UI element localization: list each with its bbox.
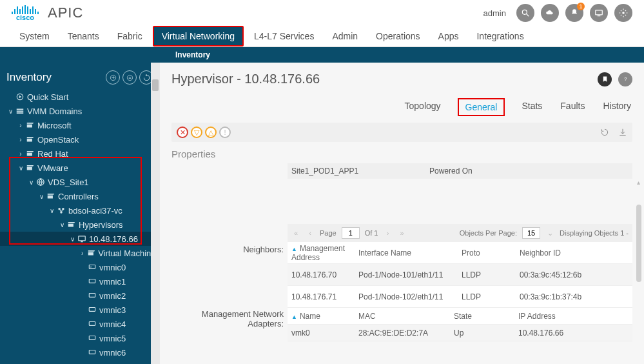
tab-system[interactable]: System (12, 27, 57, 45)
tab-topology[interactable]: Topology (404, 98, 442, 116)
refresh-icon[interactable] (600, 128, 609, 137)
tree-redhat[interactable]: ›Red Hat (0, 147, 160, 161)
feedback-icon[interactable] (590, 4, 608, 22)
tab-general[interactable]: General (458, 98, 505, 116)
col-mna-mac[interactable]: MAC (358, 312, 454, 321)
help-icon[interactable]: ? (618, 72, 632, 86)
tree-hypervisors[interactable]: ∨Hypervisors (0, 217, 160, 232)
mna-header-row: ▲Name MAC State IP Address (288, 308, 632, 325)
sub-nav: Inventory (0, 47, 644, 63)
main-nav: System Tenants Fabric Virtual Networking… (0, 26, 644, 47)
tree-host-selected[interactable]: ∨10.48.176.66 (0, 232, 160, 246)
tree-vmware[interactable]: ∨VMware (0, 161, 160, 175)
severity-critical-icon[interactable]: ✕ (177, 126, 188, 138)
col-neighbor-id[interactable]: Neighbor ID (520, 248, 632, 258)
user-label[interactable]: admin (483, 8, 506, 18)
sort-asc-icon[interactable]: ▲ (291, 314, 297, 320)
tab-faults[interactable]: Faults (559, 98, 586, 116)
tree-vmnic6[interactable]: vmnic6 (0, 345, 160, 359)
pager-next-icon[interactable]: › (384, 228, 393, 238)
svg-marker-7 (19, 96, 21, 99)
tree-vmnic5[interactable]: vmnic5 (0, 331, 160, 345)
tab-virtual-networking[interactable]: Virtual Networking (153, 26, 244, 46)
gear-icon[interactable] (614, 4, 632, 22)
tab-admin[interactable]: Admin (324, 27, 366, 45)
subnav-inventory[interactable]: Inventory (175, 50, 210, 59)
pager-last-icon[interactable]: » (398, 228, 407, 238)
tree-controllers[interactable]: ∨Controllers (0, 189, 160, 203)
pager-prev-icon[interactable]: ‹ (306, 228, 315, 238)
svg-rect-17 (89, 308, 95, 312)
svg-point-5 (127, 75, 132, 80)
sidebar-tool-2[interactable] (122, 70, 137, 85)
sidebar-tool-1[interactable] (106, 70, 120, 85)
bookmark-icon[interactable] (598, 72, 612, 86)
tree-vmnic3[interactable]: vmnic3 (0, 303, 160, 317)
tree-vmm-domains[interactable]: ∨VMM Domains (0, 104, 160, 118)
col-proto[interactable]: Proto (462, 248, 520, 258)
table-row[interactable]: 10.48.176.70 Pod-1/Node-101/eth1/11 LLDP… (288, 264, 632, 286)
col-mna-ip[interactable]: IP Address (518, 312, 632, 321)
opp-dropdown-icon[interactable]: ⌄ (545, 228, 554, 238)
svg-rect-18 (89, 322, 95, 326)
tree-vmnic0[interactable]: ⎍vmnic0 (0, 260, 160, 274)
opp-input[interactable] (522, 227, 540, 239)
tree-vmnic2[interactable]: vmnic2 (0, 288, 160, 303)
sort-asc-icon[interactable]: ▲ (291, 246, 297, 252)
tab-integrations[interactable]: Integrations (469, 27, 531, 45)
svg-text:⎍: ⎍ (90, 265, 92, 268)
col-mna-name[interactable]: Name (300, 312, 320, 321)
table-row[interactable]: vmk0 28:AC:9E:DE:D2:7A Up 10.48.176.66 (288, 325, 632, 341)
svg-point-3 (622, 12, 625, 14)
neighbors-header-row: ▲Management Address Interface Name Proto… (288, 242, 632, 264)
svg-rect-2 (596, 10, 603, 15)
tree-vc-node[interactable]: ∨bdsol-aci37-vc (0, 203, 160, 217)
bell-icon[interactable]: 1 (565, 4, 583, 22)
svg-text:?: ? (624, 76, 627, 82)
tree-microsoft[interactable]: ›Microsoft (0, 118, 160, 132)
tree-openstack[interactable]: ›OpenStack (0, 132, 160, 147)
pager-first-icon[interactable]: « (291, 228, 300, 238)
col-mna-state[interactable]: State (454, 312, 518, 321)
severity-major-icon[interactable]: ▽ (191, 126, 202, 138)
tab-apps[interactable]: Apps (431, 27, 467, 45)
tab-tenants[interactable]: Tenants (60, 27, 107, 45)
tree-vmnic4[interactable]: vmnic4 (0, 317, 160, 331)
neighbors-label: Neighbors: (170, 245, 284, 254)
svg-line-1 (527, 14, 529, 17)
tab-history[interactable]: History (601, 98, 632, 116)
neighbors-grid: Neighbors: ▲Management Address Interface… (288, 242, 632, 308)
pager-bar: « ‹ Page Of 1 › » Objects Per Page: ⌄ Di… (288, 224, 632, 242)
search-icon[interactable] (516, 4, 534, 22)
severity-warn-icon[interactable]: ! (219, 126, 231, 138)
sidebar-scrollbar[interactable] (151, 63, 160, 364)
svg-point-0 (522, 10, 527, 14)
severity-minor-icon[interactable]: △ (205, 126, 217, 138)
svg-rect-12 (79, 236, 86, 241)
main-scrollbar[interactable]: ▴ ▾ (635, 179, 641, 364)
page-title: Hypervisor - 10.48.176.66 (171, 72, 320, 86)
nav-tree: Quick Start ∨VMM Domains ›Microsoft ›Ope… (0, 90, 160, 359)
download-icon[interactable] (618, 128, 627, 137)
tab-operations[interactable]: Operations (368, 27, 427, 45)
prop-power-state: Powered On (429, 167, 473, 176)
col-if-name[interactable]: Interface Name (358, 248, 462, 258)
tab-l4l7[interactable]: L4-L7 Services (246, 27, 322, 45)
property-row: Site1_POD1_APP1 Powered On (288, 163, 632, 179)
pager-page-input[interactable] (342, 227, 360, 239)
tab-stats[interactable]: Stats (520, 98, 543, 116)
prop-vm-name: Site1_POD1_APP1 (288, 167, 429, 176)
tree-vmnic1[interactable]: vmnic1 (0, 274, 160, 288)
pager-of-text: Of 1 (365, 229, 378, 237)
properties-heading: Properties (171, 148, 632, 159)
cloud-icon[interactable] (541, 4, 559, 22)
opp-label: Objects Per Page: (460, 229, 517, 237)
tree-quick-start[interactable]: Quick Start (0, 90, 160, 104)
tree-vds-site1[interactable]: ∨VDS_Site1 (0, 175, 160, 189)
status-bar: ✕ ▽ △ ! (171, 123, 632, 142)
col-mgmt-addr[interactable]: Management Address (291, 244, 345, 262)
tree-virtual-machines[interactable]: ›Virtual Machines (0, 246, 160, 260)
table-row[interactable]: 10.48.176.71 Pod-1/Node-102/eth1/11 LLDP… (288, 286, 632, 308)
tab-fabric[interactable]: Fabric (110, 27, 150, 45)
detail-tabs: Topology General Stats Faults History (171, 98, 632, 116)
